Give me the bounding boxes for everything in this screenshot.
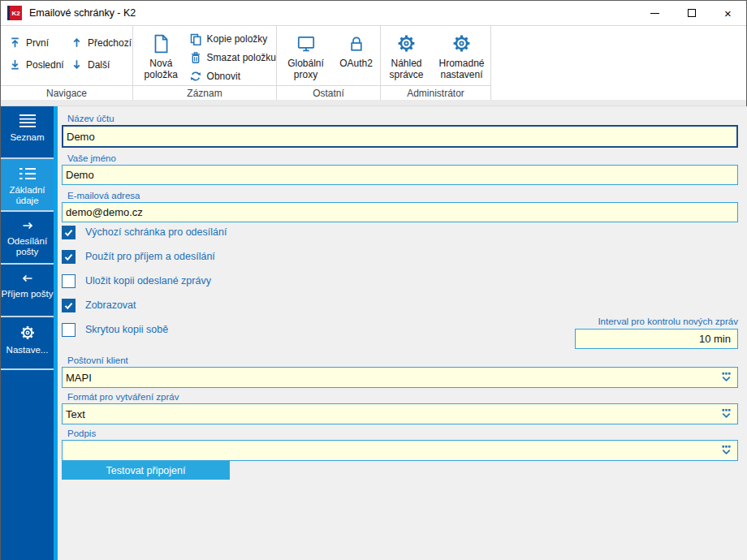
checkbox-default-outbox-label: Výchozí schránka pro odesílání bbox=[85, 226, 227, 238]
sidebar-item-seznam[interactable]: Seznam bbox=[1, 106, 54, 159]
checkbox-show-label: Zobrazovat bbox=[85, 299, 136, 311]
last-button[interactable]: Poslední bbox=[9, 58, 71, 71]
copy-icon bbox=[189, 32, 202, 45]
sidebar-filler bbox=[1, 370, 54, 553]
checkbox-show[interactable] bbox=[62, 299, 76, 312]
toolbar-group-ostatni: Globální proxy OAuth2 Ostatní bbox=[277, 26, 381, 100]
global-proxy-label: Globální proxy bbox=[280, 58, 332, 80]
your-name-input[interactable] bbox=[62, 165, 738, 185]
sidebar-item-nastaveni-label: Nastave... bbox=[6, 345, 49, 355]
checkbox-save-copy-label: Uložit kopii odeslané zprávy bbox=[85, 275, 211, 286]
copy-item-button[interactable]: Kopie položky bbox=[189, 32, 276, 45]
check-interval-input[interactable] bbox=[575, 329, 738, 349]
checkbox-use-send-receive[interactable] bbox=[62, 250, 76, 264]
arrow-down-to-bar-icon bbox=[9, 58, 21, 71]
lock-icon bbox=[347, 33, 366, 54]
email-address-input[interactable] bbox=[62, 202, 738, 222]
titlebar: K2 Emailové schránky - K2 × bbox=[1, 1, 746, 25]
trash-icon bbox=[189, 51, 202, 64]
group-caption-zaznam: Záznam bbox=[133, 85, 276, 100]
sidebar-item-zakladni-udaje-label: Základní údaje bbox=[1, 185, 54, 206]
check-icon bbox=[63, 252, 74, 262]
next-button-label: Další bbox=[88, 59, 110, 71]
signature-dropdown[interactable] bbox=[62, 440, 738, 461]
maximize-button[interactable] bbox=[673, 1, 710, 25]
gear-icon bbox=[451, 33, 472, 54]
checkbox-row-show[interactable]: Zobrazovat bbox=[62, 298, 136, 312]
field-label-format-zprav: Formát pro vytváření zpráv bbox=[67, 392, 179, 402]
check-icon bbox=[63, 227, 74, 238]
close-button[interactable]: × bbox=[710, 1, 746, 25]
sidebar-item-prijem-posty[interactable]: Příjem pošty bbox=[1, 265, 54, 317]
dropdown-chevron-icon bbox=[720, 408, 732, 420]
checkbox-save-copy[interactable] bbox=[62, 274, 76, 288]
toolbar-group-zaznam: Nová položka Kopie položky bbox=[133, 26, 277, 100]
message-format-dropdown[interactable]: Text bbox=[62, 403, 738, 424]
delete-item-button[interactable]: Smazat položku bbox=[189, 51, 276, 64]
sidebar-item-prijem-posty-label: Příjem pošty bbox=[2, 289, 54, 299]
first-button[interactable]: První bbox=[9, 37, 71, 49]
minimize-icon bbox=[650, 13, 659, 14]
check-icon bbox=[63, 300, 74, 311]
last-button-label: Poslední bbox=[26, 59, 64, 71]
arrow-left-icon bbox=[19, 272, 36, 285]
toolbar-group-administrator: Náhled správce Hromadné nastavení bbox=[381, 26, 491, 100]
sidebar-item-odesilani-posty[interactable]: Odesílání pošty bbox=[1, 212, 54, 265]
arrow-right-icon bbox=[19, 219, 36, 232]
new-document-icon bbox=[150, 32, 171, 55]
checkbox-row-use-send-receive[interactable]: Použít pro příjem a odesílání bbox=[62, 249, 215, 264]
dropdown-chevron-icon bbox=[720, 372, 732, 383]
checkbox-row-save-copy[interactable]: Uložit kopii odeslané zprávy bbox=[62, 274, 211, 288]
mail-client-value: MAPI bbox=[66, 372, 720, 384]
refresh-label: Obnovit bbox=[207, 71, 240, 82]
toolbar: První Předchozí Poslední bbox=[1, 25, 746, 100]
oauth2-label: OAuth2 bbox=[339, 58, 373, 69]
app-window: K2 Emailové schránky - K2 × První bbox=[0, 0, 747, 560]
window-controls: × bbox=[637, 1, 746, 25]
sidebar-item-nastaveni[interactable]: Nastave... bbox=[1, 317, 54, 370]
gear-icon bbox=[396, 33, 417, 54]
admin-preview-button[interactable]: Náhled správce bbox=[383, 26, 430, 85]
maximize-icon bbox=[688, 9, 696, 17]
new-item-label: Nová položka bbox=[140, 58, 183, 80]
checkbox-default-outbox[interactable] bbox=[62, 226, 76, 239]
new-item-button[interactable]: Nová položka bbox=[140, 26, 183, 85]
arrow-up-to-bar-icon bbox=[9, 37, 21, 49]
bulk-settings-button[interactable]: Hromadné nastavení bbox=[435, 26, 489, 85]
message-format-value: Text bbox=[66, 408, 720, 420]
sidebar-item-zakladni-udaje[interactable]: Základní údaje bbox=[1, 159, 54, 212]
monitor-icon bbox=[296, 33, 317, 54]
dropdown-chevron-icon bbox=[720, 445, 732, 456]
minimize-button[interactable] bbox=[637, 1, 673, 25]
checkbox-row-default-outbox[interactable]: Výchozí schránka pro odesílání bbox=[62, 225, 227, 239]
gear-icon bbox=[19, 325, 36, 341]
arrow-down-icon bbox=[71, 58, 83, 71]
toolbar-spacer bbox=[491, 26, 746, 100]
window-title: Emailové schránky - K2 bbox=[29, 7, 136, 19]
delete-item-label: Smazat položku bbox=[207, 52, 276, 63]
group-caption-ostatni: Ostatní bbox=[277, 85, 380, 100]
field-label-podpis: Podpis bbox=[67, 429, 96, 438]
form-panel: Název účtu Vaše jméno E-mailová adresa V… bbox=[58, 106, 747, 560]
sidebar: Seznam Základní údaje Odesílání pošty Př… bbox=[1, 106, 54, 560]
checkbox-row-bcc-self[interactable]: Skrytou kopii sobě bbox=[62, 322, 168, 337]
sidebar-item-seznam-label: Seznam bbox=[10, 132, 44, 143]
field-label-nazev-uctu: Název účtu bbox=[67, 114, 114, 123]
k2-logo-icon: K2 bbox=[7, 6, 22, 20]
admin-preview-label: Náhled správce bbox=[383, 58, 430, 80]
checkbox-use-send-receive-label: Použít pro příjem a odesílání bbox=[85, 251, 215, 262]
toolbar-group-navigace: První Předchozí Poslední bbox=[1, 26, 133, 100]
checkbox-bcc-self[interactable] bbox=[62, 323, 76, 337]
previous-button-label: Předchozí bbox=[88, 37, 132, 49]
global-proxy-button[interactable]: Globální proxy bbox=[280, 26, 332, 85]
copy-item-label: Kopie položky bbox=[207, 33, 268, 45]
mail-client-dropdown[interactable]: MAPI bbox=[62, 367, 738, 388]
detail-list-icon bbox=[19, 166, 37, 181]
checkbox-bcc-self-label: Skrytou kopii sobě bbox=[85, 324, 168, 335]
field-label-postovni-klient: Poštovní klient bbox=[67, 355, 128, 365]
oauth2-button[interactable]: OAuth2 bbox=[335, 26, 378, 85]
toolbar-bottom-strip bbox=[1, 100, 746, 106]
test-connection-button[interactable]: Testovat připojení bbox=[62, 461, 230, 480]
refresh-button[interactable]: Obnovit bbox=[189, 70, 276, 83]
account-name-input[interactable] bbox=[62, 125, 738, 148]
